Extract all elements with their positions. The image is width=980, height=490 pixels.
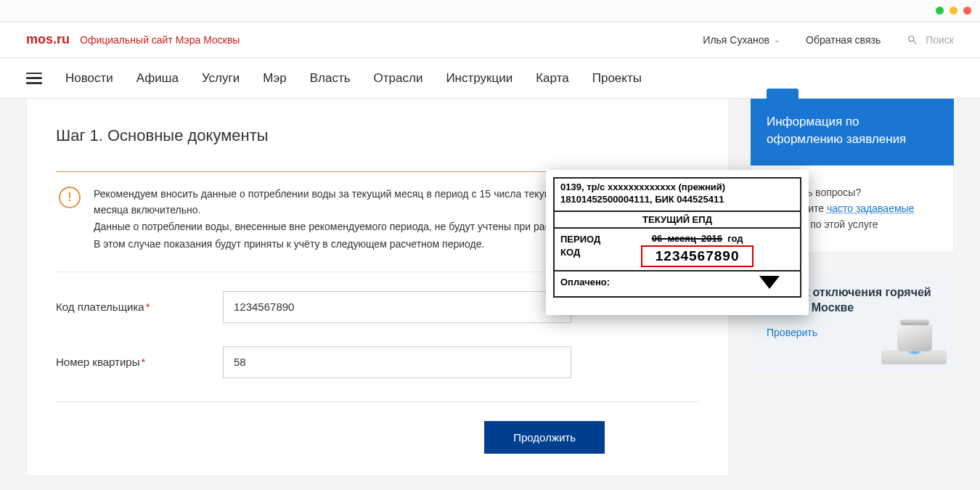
receipt-paid-label: Оплачено: — [560, 277, 610, 287]
user-menu[interactable]: Илья Суханов ⌄ — [703, 34, 780, 46]
promo-illustration — [881, 314, 947, 364]
torn-edge-decoration — [546, 305, 809, 315]
apartment-input[interactable] — [223, 346, 571, 378]
nav-instructions[interactable]: Инструкции — [446, 71, 513, 86]
payer-code-label: Код плательщика* — [56, 301, 223, 313]
faq-post: по этой услуге — [807, 219, 878, 230]
nav-services[interactable]: Услуги — [202, 71, 240, 86]
receipt-current-label: ТЕКУЩИЙ ЕПД — [555, 211, 800, 229]
window-maximize-icon[interactable] — [950, 7, 957, 15]
nav-projects[interactable]: Проекты — [592, 71, 642, 86]
search-placeholder: Поиск — [926, 34, 954, 46]
nav-mayor[interactable]: Мэр — [263, 71, 286, 86]
chevron-down-icon: ⌄ — [774, 36, 780, 44]
ticket-icon — [767, 89, 799, 106]
search-trigger[interactable]: Поиск — [907, 34, 954, 46]
receipt-period-value: 06 месяц 2016 год — [600, 233, 794, 244]
alert-icon: ! — [59, 187, 81, 208]
search-icon — [907, 34, 918, 46]
nav-industries[interactable]: Отрасли — [374, 71, 423, 86]
window-close-icon[interactable] — [963, 7, 971, 15]
site-logo[interactable]: mos.ru — [26, 32, 70, 47]
nav-afisha[interactable]: Афиша — [136, 71, 179, 86]
site-logo-subtitle: Официальный сайт Мэра Москвы — [80, 34, 240, 46]
form-divider — [56, 401, 699, 402]
user-name-label: Илья Суханов — [703, 34, 769, 46]
feedback-link[interactable]: Обратная связь — [806, 34, 881, 46]
window-minimize-icon[interactable] — [936, 7, 944, 15]
browser-chrome — [0, 0, 980, 22]
step-title: Шаг 1. Основные документы — [56, 126, 699, 145]
nav-power[interactable]: Власть — [310, 71, 351, 86]
info-card[interactable]: Информация по оформлению заявления — [751, 99, 954, 166]
nav-map[interactable]: Карта — [536, 71, 569, 86]
triangle-down-icon — [759, 276, 780, 289]
nav-news[interactable]: Новости — [65, 71, 113, 86]
receipt-account-line-2: 18101452500004111, БИК 044525411 — [560, 194, 794, 206]
receipt-code-label: КОД — [560, 246, 600, 259]
promo-check-link[interactable]: Проверить — [767, 327, 817, 338]
top-bar: mos.ru Официальный сайт Мэра Москвы Илья… — [0, 22, 980, 58]
receipt-hint-overlay: 0139, тр/с xxxxxxxxxxxxx (прежний) 18101… — [546, 170, 809, 315]
receipt-code-highlight: 1234567890 — [641, 245, 754, 267]
receipt-account-line-1: 0139, тр/с xxxxxxxxxxxxx (прежний) — [560, 181, 794, 194]
continue-button[interactable]: Продолжить — [484, 421, 605, 454]
hamburger-menu-icon[interactable] — [26, 73, 42, 84]
apartment-label: Номер квартиры* — [56, 356, 223, 368]
main-nav: Новости Афиша Услуги Мэр Власть Отрасли … — [0, 58, 980, 99]
receipt-period-label: ПЕРИОД — [560, 233, 600, 246]
payer-code-input[interactable] — [223, 291, 571, 323]
